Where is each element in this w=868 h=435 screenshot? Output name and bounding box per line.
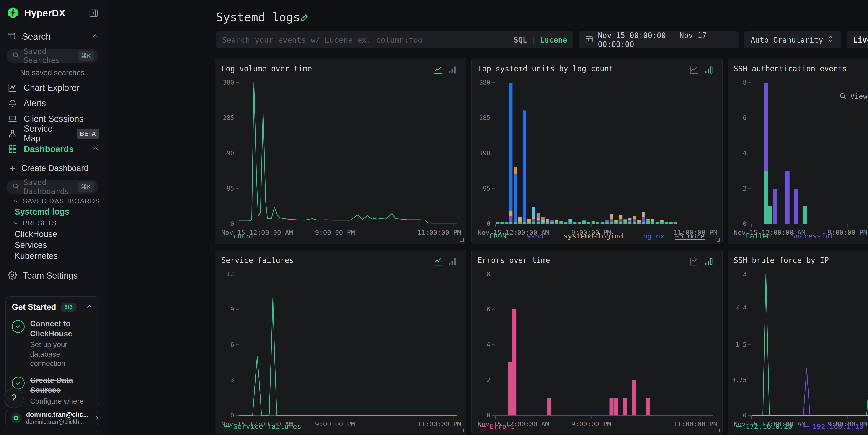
svg-text:1: 1 (588, 38, 589, 42)
legend-item[interactable]: 192.168.1.10 (803, 422, 863, 430)
step-title: Connect to ClickHouse (30, 319, 89, 339)
laptop-icon (8, 114, 17, 124)
select-chevrons-icon (827, 34, 834, 45)
legend-item[interactable]: CRON (480, 232, 506, 240)
get-started-step[interactable]: Create Data Sources Configure where your… (12, 375, 93, 407)
live-button[interactable]: Live (847, 31, 868, 48)
chart-plot[interactable]: 129630Nov 15 12:00:00 AM9:00:00 PM11:00:… (221, 267, 461, 429)
saved-dashboards-input[interactable]: Saved Dashboards ⌘K (6, 180, 98, 194)
legend-item[interactable]: sshd (517, 232, 544, 240)
svg-text:9:00:00 PM: 9:00:00 PM (315, 420, 355, 428)
panel-log-volume: Log volume over time380285190950Nov 15 1… (215, 58, 466, 244)
svg-text:11:00:00 PM: 11:00:00 PM (417, 420, 461, 428)
bar-chart-icon[interactable] (704, 257, 713, 266)
legend-item[interactable]: nginx (634, 232, 664, 240)
sidebar-item-service-map[interactable]: Service Map BETA (6, 126, 99, 141)
check-icon (12, 320, 25, 333)
shortcut-badge: ⌘K (78, 182, 94, 192)
chart-title: SSH brute force by IP (734, 256, 829, 265)
panel-service-failures: Service failures129630Nov 15 12:00:00 AM… (215, 250, 466, 434)
preset-item-kubernetes[interactable]: Kubernetes (14, 251, 58, 261)
bar-chart-icon[interactable] (447, 257, 457, 266)
sidebar-item-dashboards[interactable]: Dashboards (6, 142, 99, 157)
svg-text:8: 8 (743, 79, 746, 86)
event-search-input[interactable]: Search your events w/ Lucene ex. column:… (216, 31, 573, 48)
legend-item[interactable]: systemd-logind (554, 232, 623, 240)
svg-text:0: 0 (230, 412, 234, 419)
chart-title: Service failures (221, 256, 294, 265)
panel-errors-over-time: Errors over time86420Nov 15 12:00:00 AM9… (471, 250, 722, 434)
chart-plot[interactable]: 86420Nov 15 12:00:00 AM9:00:00 PM11:00:0… (477, 267, 717, 429)
bar-chart-icon[interactable] (704, 65, 713, 75)
panel-resize-handle[interactable] (460, 429, 464, 432)
saved-searches-placeholder: Saved Searches (24, 47, 78, 65)
svg-text:190: 190 (223, 150, 234, 157)
chart-plot[interactable]: 32.31.50.750Nov 15 12:00:00 AM9:00:00 PM… (733, 267, 868, 429)
svg-text:380: 380 (223, 79, 234, 86)
legend-item[interactable]: 172.16.0.20 (736, 422, 792, 430)
svg-text:0: 0 (487, 412, 490, 419)
search-icon (12, 183, 20, 191)
dashboards-icon (8, 144, 17, 154)
search-section-label: Search (22, 31, 51, 42)
svg-text:11:00:00 PM: 11:00:00 PM (417, 229, 461, 237)
lucene-toggle[interactable]: Lucene (540, 36, 567, 44)
bar-chart-icon[interactable] (447, 65, 457, 75)
sidebar-collapse-icon[interactable] (89, 8, 99, 18)
granularity-select[interactable]: Auto Granularity (744, 31, 841, 48)
line-chart-icon[interactable] (689, 257, 699, 266)
panel-resize-handle[interactable] (717, 429, 720, 432)
date-range-picker[interactable]: 1 Nov 15 00:00:00 - Nov 17 00:00:00 (579, 31, 739, 48)
saved-dashboards-placeholder: Saved Dashboards (24, 178, 78, 196)
gear-icon (8, 271, 17, 281)
panel-resize-handle[interactable] (460, 239, 464, 242)
beta-badge: BETA (77, 129, 99, 138)
user-menu[interactable]: D dominic.tran@clic... dominic.tran@clic… (5, 410, 99, 426)
legend-item[interactable]: Failed (736, 232, 771, 240)
get-started-step[interactable]: Connect to ClickHouse Set up your databa… (12, 319, 93, 368)
line-chart-icon[interactable] (433, 257, 442, 266)
svg-text:2.3: 2.3 (735, 304, 746, 311)
svg-text:2: 2 (487, 376, 490, 383)
legend-item[interactable]: Service failures (224, 422, 301, 430)
line-chart-icon[interactable] (689, 65, 699, 75)
svg-text:0: 0 (743, 220, 746, 227)
saved-searches-input[interactable]: Saved Searches ⌘K (6, 49, 98, 63)
legend-item[interactable]: count (224, 232, 254, 240)
sidebar-item-chart-explorer[interactable]: Chart Explorer (6, 80, 99, 95)
chart-plot[interactable]: 380285190950Nov 15 12:00:00 AM9:00:00 PM… (477, 76, 717, 238)
chart-plot[interactable]: 380285190950Nov 15 12:00:00 AM9:00:00 PM… (221, 76, 461, 238)
help-button[interactable]: ? (4, 388, 24, 408)
presets-header[interactable]: PRESETS (13, 219, 57, 227)
chevron-up-icon[interactable] (86, 303, 93, 311)
chart-legend: Service failures (224, 422, 301, 430)
svg-text:8: 8 (487, 270, 490, 277)
step-desc: Configure where your data comes from (30, 397, 93, 407)
chart-title: Errors over time (477, 256, 550, 265)
line-chart-icon[interactable] (433, 65, 442, 75)
preset-item-clickhouse[interactable]: ClickHouse (14, 229, 57, 239)
legend-item[interactable]: Successful (782, 232, 834, 240)
saved-dashboards-header[interactable]: SAVED DASHBOARDS (13, 197, 100, 205)
edit-title-pencil-icon[interactable] (299, 12, 310, 23)
legend-item[interactable]: +3 more (675, 232, 705, 240)
view-events-button[interactable]: View Events (839, 92, 868, 100)
chart-legend: Errors (480, 422, 515, 430)
sidebar-item-label: Alerts (24, 98, 46, 108)
sidebar-section-search[interactable]: Search (7, 30, 99, 43)
svg-text:95: 95 (226, 185, 234, 192)
sidebar-item-alerts[interactable]: Alerts (6, 96, 99, 111)
svg-text:0: 0 (487, 220, 490, 227)
legend-item[interactable]: Errors (480, 422, 515, 430)
date-range-value: Nov 15 00:00:00 - Nov 17 00:00:00 (598, 31, 733, 49)
dashboard-item-systemd-logs[interactable]: Systemd logs (14, 207, 69, 217)
sql-toggle[interactable]: SQL (514, 36, 527, 44)
preset-item-services[interactable]: Services (14, 240, 47, 250)
chart-title: SSH authentication events (734, 64, 847, 73)
create-dashboard-button[interactable]: + Create Dashboard (9, 161, 88, 175)
team-settings-item[interactable]: Team Settings (8, 269, 78, 283)
step-desc: Set up your database connection (30, 340, 93, 368)
svg-text:3: 3 (743, 270, 746, 277)
panel-resize-handle[interactable] (717, 239, 720, 242)
search-section-icon (7, 31, 16, 41)
